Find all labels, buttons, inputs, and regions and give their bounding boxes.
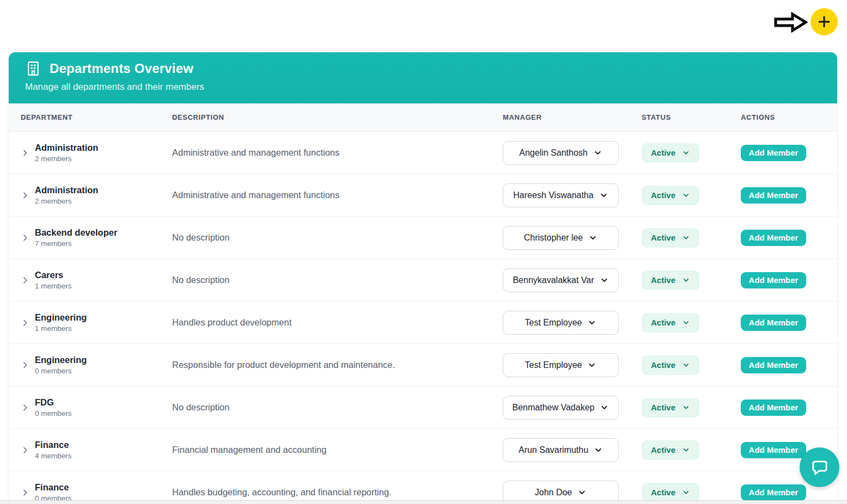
column-header-status: STATUS [642,113,741,121]
column-header-manager: MANAGER [503,113,642,121]
status-select[interactable]: Active [642,398,699,417]
status-label: Active [651,403,675,412]
add-member-button[interactable]: Add Member [741,315,806,331]
department-description: No description [172,402,503,413]
add-member-button[interactable]: Add Member [741,272,806,288]
manager-select[interactable]: Hareesh Viswanatha [503,183,619,207]
chevron-down-icon [594,445,603,454]
manager-name: Test Employee [525,360,582,370]
chevron-down-icon [682,233,690,242]
department-description: No description [172,275,503,285]
page-subtitle: Manage all departments and their members [25,82,837,93]
department-name: Backend developer [35,228,117,238]
status-select[interactable]: Active [642,228,699,248]
expand-chevron-icon[interactable] [21,191,29,200]
manager-select[interactable]: Bennykavalakkat Var [503,268,619,292]
department-name: Finance [35,482,72,493]
add-member-button[interactable]: Add Member [741,484,806,501]
chat-bubble-icon [811,458,829,477]
table-body: Administration 2 members Administrative … [9,132,837,504]
department-description: No description [172,232,503,243]
departments-card: Departments Overview Manage all departme… [9,52,837,504]
status-label: Active [651,318,675,327]
member-count: 7 members [35,239,117,248]
status-select[interactable]: Active [642,271,699,290]
add-member-button[interactable]: Add Member [741,145,806,161]
chevron-down-icon [682,361,690,369]
chevron-down-icon [577,488,587,497]
status-select[interactable]: Active [642,483,699,502]
expand-chevron-icon[interactable] [21,149,29,157]
add-member-button[interactable]: Add Member [741,357,806,373]
member-count: 2 members [35,155,98,163]
expand-chevron-icon[interactable] [21,403,29,412]
department-name: FDG [35,397,72,408]
table-row: Administration 2 members Administrative … [9,174,837,217]
department-name: Administration [35,185,98,195]
chevron-down-icon [682,446,690,454]
table-row: Finance 0 members Handles budgeting, acc… [9,471,837,504]
department-description: Handles product development [172,317,503,328]
expand-chevron-icon[interactable] [21,276,29,285]
status-select[interactable]: Active [642,313,699,333]
manager-select[interactable]: Angelin Santhosh [503,141,619,165]
manager-select[interactable]: Arun Savarimuthu [503,438,619,462]
chevron-down-icon [682,149,690,157]
add-member-button[interactable]: Add Member [741,442,806,458]
department-name: Finance [35,440,72,450]
table-row: Carers 1 members No description Bennykav… [9,259,837,302]
status-label: Active [651,360,675,370]
status-label: Active [651,275,675,285]
manager-name: John Doe [535,488,572,497]
table-row: Finance 4 members Financial management a… [9,429,837,471]
expand-chevron-icon[interactable] [21,233,29,242]
table-row: Administration 2 members Administrative … [9,132,837,174]
status-label: Active [651,190,675,200]
chevron-down-icon [587,318,596,327]
manager-select[interactable]: Test Employee [503,353,619,377]
manager-name: Hareesh Viswanatha [513,190,593,200]
status-select[interactable]: Active [642,143,699,163]
departments-banner: Departments Overview Manage all departme… [9,52,837,103]
member-count: 0 members [35,367,87,375]
table-row: Engineering 1 members Handles product de… [9,302,837,344]
chat-button[interactable] [800,447,839,487]
status-select[interactable]: Active [642,186,699,205]
manager-select[interactable]: Benmathew Vadakep [503,396,619,420]
table-row: Engineering 0 members Responsible for pr… [9,344,837,386]
expand-chevron-icon[interactable] [21,318,29,327]
chevron-down-icon [682,488,690,496]
manager-select[interactable]: Christopher lee [503,226,619,250]
add-department-button[interactable] [811,8,838,35]
column-header-description: DESCRIPTION [172,113,503,121]
chevron-down-icon [682,318,690,327]
expand-chevron-icon[interactable] [21,446,29,454]
manager-name: Bennykavalakkat Var [513,275,594,285]
status-label: Active [651,488,675,497]
chevron-down-icon [682,191,690,199]
department-name: Carers [35,270,72,280]
member-count: 4 members [35,452,72,460]
chevron-down-icon [682,403,690,411]
member-count: 1 members [35,282,72,290]
expand-chevron-icon[interactable] [21,488,29,497]
horizontal-scrollbar[interactable] [0,500,847,504]
member-count: 1 members [35,324,87,333]
add-member-button[interactable]: Add Member [741,230,806,246]
chevron-down-icon [682,276,690,284]
table-header: DEPARTMENT DESCRIPTION MANAGER STATUS AC… [9,103,837,132]
manager-select[interactable]: Test Employee [503,311,619,335]
building-icon [25,60,41,77]
add-member-button[interactable]: Add Member [741,187,806,204]
expand-chevron-icon[interactable] [21,361,29,370]
department-description: Responsible for product development and … [172,360,503,370]
status-label: Active [651,445,675,454]
department-description: Financial management and accounting [172,445,503,455]
chevron-down-icon [599,190,608,200]
status-label: Active [651,233,675,242]
status-select[interactable]: Active [642,355,699,375]
status-select[interactable]: Active [642,440,699,460]
member-count: 0 members [35,409,72,417]
page-title: Departments Overview [50,61,193,76]
add-member-button[interactable]: Add Member [741,399,806,416]
